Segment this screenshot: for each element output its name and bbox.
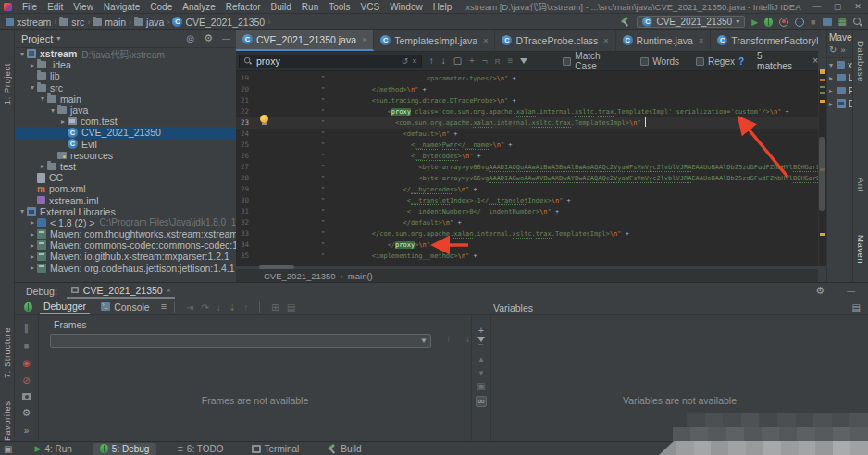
search-option-checkbox[interactable]: Regex ? xyxy=(696,56,744,67)
pause-icon[interactable] xyxy=(24,323,29,333)
tree-row[interactable]: ▾ java xyxy=(16,105,236,116)
breadcrumb-item[interactable]: main › xyxy=(93,17,131,28)
locate-file-icon[interactable] xyxy=(186,34,194,43)
stepout-icon[interactable] xyxy=(243,303,248,313)
hide-panel-icon[interactable] xyxy=(847,287,855,296)
stripe-mark[interactable] xyxy=(820,100,825,103)
intention-bulb-icon[interactable] xyxy=(260,115,268,125)
tab-console[interactable]: Console xyxy=(97,299,154,314)
breadcrumb-item[interactable]: src › xyxy=(59,17,90,28)
close-icon[interactable]: × xyxy=(603,36,608,45)
tree-row[interactable]: ▸ test xyxy=(16,161,236,172)
gear-icon[interactable] xyxy=(22,408,31,418)
exclude-filter-icon[interactable] xyxy=(482,56,488,66)
tree-arrow-icon[interactable]: ▾ xyxy=(38,94,47,103)
forcestep-icon[interactable] xyxy=(229,303,236,313)
next-occurrence-icon[interactable] xyxy=(441,56,446,66)
tree-row[interactable]: ▸ Maven: commons-codec:commons-codec:1.9 xyxy=(16,240,236,251)
tree-row[interactable]: ▸ Maven: org.codehaus.jettison:jettison:… xyxy=(16,263,236,274)
exec-icon[interactable] xyxy=(186,303,193,313)
breadcrumb-item[interactable]: xstream › xyxy=(6,17,56,28)
tree-row[interactable]: ▾ xstream D:\java代码\xstream xyxy=(16,48,236,59)
eval-icon[interactable] xyxy=(271,303,279,313)
copy-icon[interactable] xyxy=(477,382,485,391)
close-icon[interactable]: × xyxy=(699,36,703,45)
breadcrumb-item[interactable]: CVE_2021_21350 › xyxy=(172,17,270,28)
tree-row[interactable]: CVE_2021_21350 xyxy=(16,127,236,138)
tree-row[interactable]: ▸ .idea xyxy=(16,59,236,70)
tree-arrow-icon[interactable]: ▸ xyxy=(58,117,68,126)
coverage-button[interactable] xyxy=(779,18,788,27)
stripe-mark[interactable] xyxy=(820,69,825,74)
tool-window-button[interactable]: 5: Debug xyxy=(93,443,157,455)
tree-arrow-icon[interactable]: ▸ xyxy=(829,74,837,82)
tree-row[interactable]: resources xyxy=(16,150,236,161)
vertical-scrollbar[interactable] xyxy=(819,137,825,211)
layout-icon[interactable] xyxy=(287,303,295,313)
maven-tree-row[interactable]: ▸ Dependencies xyxy=(827,97,852,110)
tree-arrow-icon[interactable]: ▸ xyxy=(28,218,37,227)
filter-funnel-icon[interactable] xyxy=(520,58,527,64)
tree-row[interactable]: ▸ < 1.8 (2) > C:\Program Files\Java\jdk1… xyxy=(16,217,236,228)
tab-debugger[interactable]: Debugger xyxy=(40,299,90,314)
more-icon[interactable] xyxy=(840,44,845,55)
regex-filter-icon[interactable] xyxy=(495,56,501,66)
previous-frame-icon[interactable] xyxy=(446,335,451,344)
tree-row[interactable]: pom.xml xyxy=(16,183,236,194)
tree-arrow-icon[interactable]: ▾ xyxy=(48,106,57,115)
maven-tree-row[interactable]: ▸ Plugins xyxy=(827,84,852,97)
debug-session-tab[interactable]: CVE_2021_21350 × xyxy=(67,283,175,299)
close-icon[interactable]: × xyxy=(362,35,366,44)
editor-tab[interactable]: Runtime.java × xyxy=(616,30,712,51)
tool-window-button[interactable]: 4: Run xyxy=(27,443,79,455)
menu-item[interactable]: Run xyxy=(297,2,323,12)
breadcrumb-item[interactable]: java › xyxy=(134,17,169,28)
menu-item[interactable]: Edit xyxy=(43,2,68,12)
tree-row[interactable]: ▸ Maven: io.github.x-stream:mxparser:1.2… xyxy=(16,251,236,262)
tree-arrow-icon[interactable]: ▸ xyxy=(28,241,37,250)
minus-icon[interactable] xyxy=(478,340,484,350)
tool-tab-database[interactable]: Database xyxy=(856,41,866,82)
tool-window-button[interactable]: Build xyxy=(319,443,368,455)
checkbox[interactable] xyxy=(696,57,704,66)
checkbox[interactable] xyxy=(640,57,649,66)
editor-tab[interactable]: TemplatesImpl.java × xyxy=(374,30,495,51)
plus-icon[interactable] xyxy=(478,326,484,336)
tree-row[interactable]: CC xyxy=(16,172,236,183)
close-search-icon[interactable] xyxy=(812,56,818,66)
stripe-mark[interactable] xyxy=(820,233,825,236)
tree-arrow-icon[interactable]: ▾ xyxy=(28,83,37,92)
mute-icon[interactable] xyxy=(22,375,30,386)
search-option-checkbox[interactable]: Words xyxy=(640,56,683,67)
tree-arrow-icon[interactable]: ▾ xyxy=(18,207,27,215)
layout-settings-icon[interactable] xyxy=(852,303,861,313)
stop-button[interactable] xyxy=(811,17,815,27)
tree-row[interactable]: ▾ main xyxy=(16,93,236,105)
tree-arrow-icon[interactable]: ▾ xyxy=(829,61,837,69)
close-icon[interactable]: × xyxy=(483,36,488,45)
stripe-mark[interactable] xyxy=(820,92,825,94)
gear-icon[interactable] xyxy=(815,286,825,296)
search-input[interactable]: proxy xyxy=(239,55,422,68)
search-history-icon[interactable] xyxy=(402,57,409,66)
camera-icon[interactable] xyxy=(22,393,31,400)
open-folder-icon[interactable] xyxy=(823,18,832,26)
tool-window-switcher-icon[interactable]: ▣ xyxy=(4,444,12,454)
tool-window-button[interactable]: 6: TODO xyxy=(169,443,230,455)
tool-window-button[interactable]: Terminal xyxy=(244,443,307,455)
tree-row[interactable]: xstream.iml xyxy=(16,194,236,205)
select-all-occurrences-icon[interactable] xyxy=(453,56,462,66)
hide-panel-icon[interactable] xyxy=(222,34,230,43)
stepover-icon[interactable] xyxy=(201,303,208,313)
layout-icon[interactable] xyxy=(838,17,847,27)
stop-icon[interactable] xyxy=(24,340,29,350)
tree-arrow-icon[interactable]: ▸ xyxy=(38,162,47,170)
checkbox[interactable] xyxy=(563,57,571,66)
breakpoints-icon[interactable] xyxy=(22,358,31,368)
window-control-button[interactable]: ▢ xyxy=(827,2,848,11)
search-everywhere-icon[interactable] xyxy=(853,18,862,27)
tree-row[interactable]: ▾ External Libraries xyxy=(16,206,236,217)
run-button[interactable] xyxy=(751,17,758,27)
menu-item[interactable]: VCS xyxy=(356,2,385,12)
tool-tab-maven[interactable]: Maven xyxy=(856,235,866,264)
